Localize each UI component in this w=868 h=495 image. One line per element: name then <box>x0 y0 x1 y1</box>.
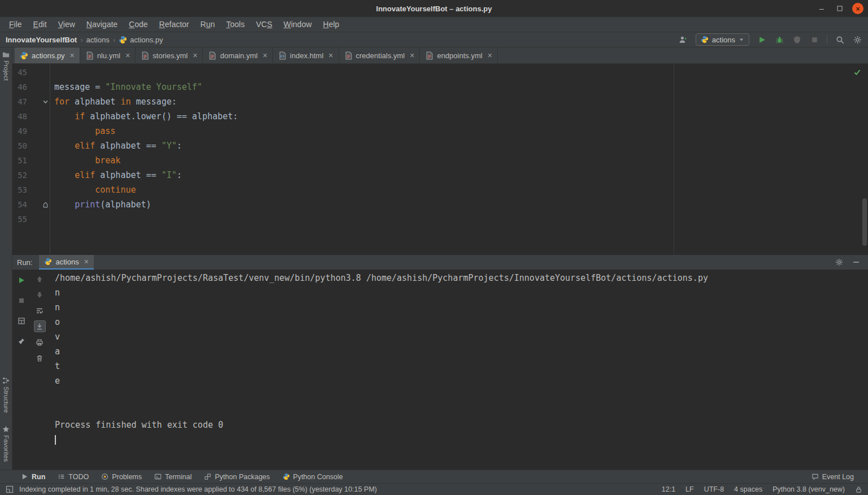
code-line[interactable]: message = "Innovate Yourself" <box>54 80 202 94</box>
pin-tab-button[interactable] <box>16 335 28 347</box>
menu-refactor[interactable]: Refactor <box>154 17 195 32</box>
run-settings-gear-icon[interactable] <box>835 258 843 266</box>
tab-domain.yml[interactable]: domain.yml× <box>203 47 273 63</box>
tab-endpoints.yml[interactable]: endpoints.yml× <box>420 47 497 63</box>
code-line[interactable]: elif alphabet == "I": <box>54 168 182 183</box>
code-line[interactable]: if alphabet.lower() == alphabet: <box>54 109 238 124</box>
menu-code[interactable]: Code <box>123 17 153 32</box>
console-line[interactable]: n <box>55 300 868 315</box>
status-indent-style[interactable]: 4 spaces <box>734 485 762 493</box>
clear-console-button[interactable] <box>34 352 46 364</box>
menu-help[interactable]: Help <box>318 17 345 32</box>
search-everywhere-button[interactable] <box>835 34 845 45</box>
console-line[interactable]: Process finished with exit code 0 <box>55 418 868 432</box>
inspections-ok-icon[interactable] <box>853 68 861 76</box>
menu-tools[interactable]: Tools <box>220 17 250 32</box>
scroll-to-end-button[interactable] <box>34 320 46 332</box>
code-line[interactable]: pass <box>54 124 115 138</box>
breadcrumb-item[interactable]: InnovateYourselfBot <box>6 36 77 44</box>
settings-button[interactable] <box>852 34 862 45</box>
menu-file[interactable]: File <box>3 17 28 32</box>
console-line[interactable]: n <box>55 285 868 300</box>
menu-edit[interactable]: Edit <box>28 17 53 32</box>
console-line[interactable]: v <box>55 329 868 344</box>
tab-credentials.yml[interactable]: credentials.yml× <box>339 47 420 63</box>
console-line[interactable] <box>55 388 868 403</box>
hide-panel-icon[interactable] <box>852 258 860 266</box>
menu-run[interactable]: Run <box>195 17 221 32</box>
menu-window[interactable]: Window <box>278 17 318 32</box>
close-tab-icon[interactable]: × <box>488 51 492 59</box>
line-number[interactable]: 48 <box>12 112 27 121</box>
editor-scrollbar[interactable] <box>862 198 867 246</box>
tab-actions.py[interactable]: actions.py× <box>15 47 80 63</box>
status-interpreter[interactable]: Python 3.8 (venv_new) <box>772 485 845 493</box>
tool-button-python-console[interactable]: Python Console <box>276 470 349 484</box>
line-number[interactable]: 55 <box>12 215 27 224</box>
status-caret-position[interactable]: 12:1 <box>662 485 675 493</box>
status-file-encoding[interactable]: UTF-8 <box>704 485 724 493</box>
console-output[interactable]: /home/ashish/PycharmProjects/RasaTest/ve… <box>55 270 868 470</box>
tool-button-terminal[interactable]: Terminal <box>148 470 198 484</box>
project-settings-user-button[interactable] <box>678 34 688 45</box>
console-line[interactable]: a <box>55 344 868 359</box>
tool-button-python-packages[interactable]: Python Packages <box>198 470 276 484</box>
menu-view[interactable]: View <box>53 17 81 32</box>
line-number[interactable]: 51 <box>12 156 27 165</box>
close-tab-icon[interactable]: × <box>193 51 197 59</box>
code-line[interactable]: print(alphabet) <box>54 197 151 212</box>
close-button[interactable]: × <box>852 3 863 14</box>
restore-button[interactable] <box>834 3 845 14</box>
print-console-button[interactable] <box>34 336 46 348</box>
console-line[interactable] <box>55 403 868 418</box>
console-line[interactable] <box>55 432 868 447</box>
line-number[interactable]: 53 <box>12 185 27 194</box>
tool-button-todo[interactable]: TODO <box>51 470 95 484</box>
line-number[interactable]: 54 <box>12 200 27 209</box>
code-line[interactable]: continue <box>54 183 136 197</box>
tool-button-event-log[interactable]: Event Log <box>805 470 860 484</box>
tab-nlu.yml[interactable]: nlu.yml× <box>80 47 136 63</box>
tool-button-problems[interactable]: Problems <box>95 470 148 484</box>
rerun-button[interactable] <box>16 274 28 286</box>
breadcrumb-item[interactable]: actions.py <box>119 36 163 44</box>
tool-button-project[interactable]: Project <box>2 51 10 81</box>
line-number[interactable]: 49 <box>12 127 27 136</box>
tool-window-switcher-icon[interactable] <box>6 485 14 493</box>
status-line-separator[interactable]: LF <box>685 485 694 493</box>
console-line[interactable]: o <box>55 315 868 329</box>
tool-button-structure[interactable]: Structure <box>2 377 10 413</box>
close-tab-icon[interactable]: × <box>125 51 130 59</box>
line-number[interactable]: 50 <box>12 141 27 150</box>
console-line[interactable]: t <box>55 359 868 374</box>
close-tab-icon[interactable]: × <box>263 51 267 59</box>
tab-index.html[interactable]: index.html× <box>273 47 338 63</box>
console-line[interactable]: e <box>55 374 868 388</box>
line-number[interactable]: 47 <box>12 97 27 106</box>
tab-stories.yml[interactable]: stories.yml× <box>136 47 203 63</box>
run-configuration-selector[interactable]: actions <box>696 33 749 46</box>
menu-vcs[interactable]: VCS <box>250 17 278 32</box>
editor[interactable]: 4546message = "Innovate Yourself"47for a… <box>12 64 868 254</box>
menu-navigate[interactable]: Navigate <box>81 17 123 32</box>
tool-button-run[interactable]: Run <box>15 470 51 484</box>
close-icon[interactable]: × <box>84 258 89 266</box>
line-number[interactable]: 46 <box>12 82 27 92</box>
close-tab-icon[interactable]: × <box>70 51 75 59</box>
close-tab-icon[interactable]: × <box>410 51 414 59</box>
tool-button-favorites[interactable]: Favorites <box>2 425 10 462</box>
code-line[interactable]: for alphabet in message: <box>54 94 177 109</box>
run-tab-actions[interactable]: actions × <box>39 255 93 270</box>
line-number[interactable]: 52 <box>12 171 27 180</box>
debug-button[interactable] <box>774 34 784 45</box>
minimize-button[interactable]: – <box>816 3 827 14</box>
breadcrumb-item[interactable]: actions <box>86 36 110 44</box>
close-tab-icon[interactable]: × <box>328 51 333 59</box>
line-number[interactable]: 45 <box>12 68 27 77</box>
soft-wrap-button[interactable] <box>34 305 46 316</box>
run-button[interactable] <box>757 34 767 45</box>
code-line[interactable]: break <box>54 153 120 168</box>
console-line[interactable]: /home/ashish/PycharmProjects/RasaTest/ve… <box>55 271 868 285</box>
restore-layout-button[interactable] <box>16 315 28 327</box>
lock-icon[interactable] <box>855 486 862 493</box>
